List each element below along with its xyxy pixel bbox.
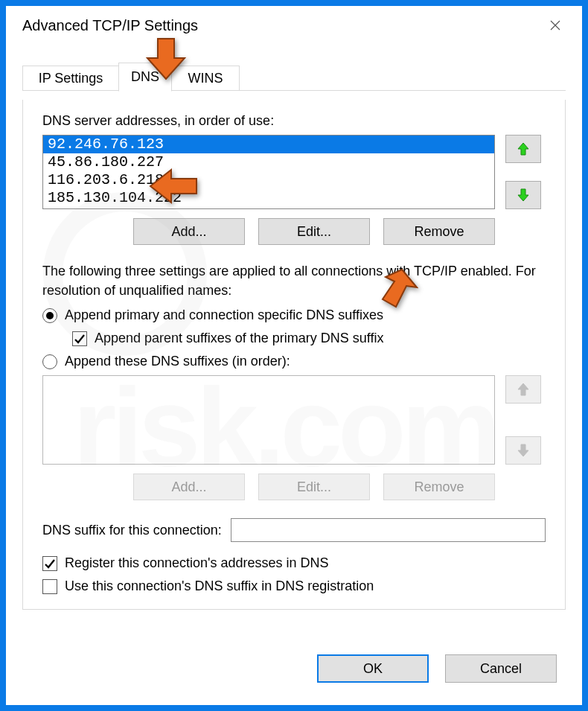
checkbox-register-dns[interactable]: Register this connection's addresses in … [42, 555, 546, 571]
checkbox-use-suffix-registration[interactable]: Use this connection's DNS suffix in DNS … [42, 578, 546, 594]
dns-server-item[interactable]: 45.86.180.227 [43, 153, 494, 171]
checkbox-icon [42, 579, 57, 594]
radio-append-primary[interactable]: Append primary and connection specific D… [42, 307, 546, 323]
resolution-description: The following three settings are applied… [42, 261, 546, 300]
suffix-move-down-button [505, 436, 541, 465]
suffix-move-up-button [505, 375, 541, 404]
dns-suffix-label: DNS suffix for this connection: [42, 523, 222, 538]
checkbox-use-suffix-registration-label: Use this connection's DNS suffix in DNS … [65, 578, 374, 594]
checkbox-append-parent-label: Append parent suffixes of the primary DN… [95, 331, 384, 346]
radio-append-these[interactable]: Append these DNS suffixes (in order): [42, 354, 546, 369]
dns-edit-button[interactable]: Edit... [258, 218, 370, 245]
cancel-button[interactable]: Cancel [445, 654, 557, 683]
arrow-up-icon [517, 382, 530, 397]
dns-server-item[interactable]: 92.246.76.123 [43, 135, 494, 153]
tab-dns[interactable]: DNS [118, 63, 172, 92]
radio-append-primary-label: Append primary and connection specific D… [65, 307, 383, 323]
dns-servers-label: DNS server addresses, in order of use: [42, 113, 546, 129]
dns-suffix-input[interactable] [231, 518, 546, 542]
suffix-add-button: Add... [133, 474, 245, 500]
dns-suffixes-listbox[interactable] [42, 375, 495, 465]
dns-servers-listbox[interactable]: 92.246.76.12345.86.180.227116.203.6.2181… [42, 135, 495, 209]
checkbox-append-parent[interactable]: Append parent suffixes of the primary DN… [72, 331, 546, 346]
titlebar: Advanced TCP/IP Settings [6, 6, 582, 42]
close-icon [549, 19, 561, 31]
checkbox-icon [72, 331, 87, 346]
arrow-down-icon [517, 443, 530, 458]
tab-wins[interactable]: WINS [171, 66, 240, 91]
radio-append-these-label: Append these DNS suffixes (in order): [65, 354, 290, 369]
checkbox-register-dns-label: Register this connection's addresses in … [65, 555, 329, 571]
checkbox-icon [42, 556, 57, 571]
dns-remove-button[interactable]: Remove [383, 218, 495, 245]
dns-server-item[interactable]: 185.130.104.222 [43, 189, 494, 207]
suffix-remove-button: Remove [383, 474, 495, 500]
dns-add-button[interactable]: Add... [133, 218, 245, 245]
tabstrip: IP Settings DNS WINS [22, 63, 566, 91]
close-button[interactable] [540, 13, 570, 37]
arrow-up-icon [517, 141, 530, 156]
dns-move-down-button[interactable] [505, 181, 541, 209]
radio-icon [42, 354, 57, 369]
radio-icon [42, 308, 57, 323]
window-title: Advanced TCP/IP Settings [22, 17, 198, 34]
suffix-edit-button: Edit... [258, 474, 370, 500]
tab-ip-settings[interactable]: IP Settings [22, 66, 119, 91]
ok-button[interactable]: OK [317, 654, 429, 683]
dns-server-item[interactable]: 116.203.6.218 [43, 171, 494, 189]
arrow-down-icon [517, 188, 530, 203]
dns-move-up-button[interactable] [505, 135, 541, 163]
tab-content: DNS server addresses, in order of use: 9… [22, 100, 566, 610]
